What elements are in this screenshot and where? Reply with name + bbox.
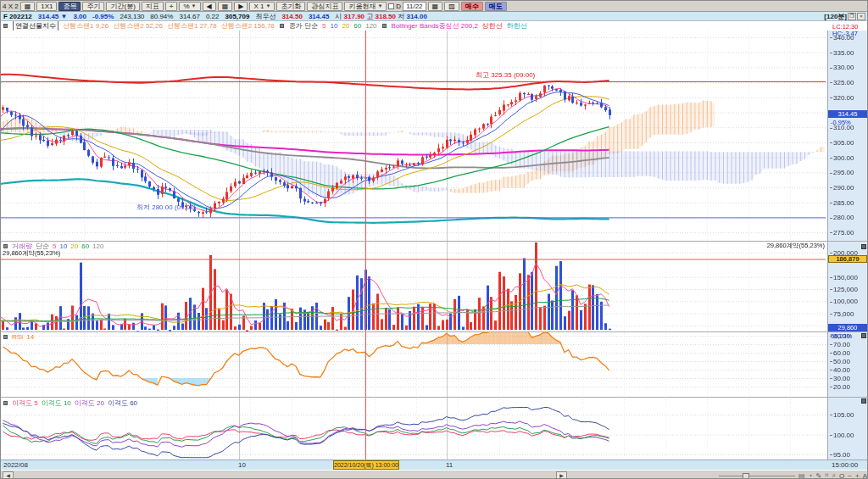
low-annotation: 최저 280.00 (09:00) [136,203,196,212]
close-window-icon[interactable]: × [857,13,865,20]
legend-item: Bollinger Bands중심선 200,2 [392,21,478,31]
time-tick-label: 2022/08 [3,461,28,469]
legend-item: 상한선 [482,21,503,31]
axis-tick-label: 40.00 [830,366,850,374]
current-volume-box: 29,860 [828,324,867,331]
d-checkbox[interactable] [388,3,394,9]
current-price-box: 314.45 [828,110,867,118]
calendar-icon[interactable]: ▦ [428,2,443,11]
best-ask: 314.50 [281,13,302,20]
volume-right-value: 29,860계약(55,23%) [704,242,825,250]
axis-tick-label: 30.00 [830,375,850,382]
legend-item: 선행스팬2 52,26 [113,21,163,31]
indicator-square-icon [3,24,8,28]
tool-icon[interactable]: ⌕ [832,471,836,479]
next-button[interactable]: ▶ [234,2,248,11]
volume-value-line: 29,860계약(55,23%) [3,249,60,258]
legend-item: 하한선 [507,21,527,31]
tool-icon[interactable]: ▤ [798,472,805,479]
time-tick-label: 11 [446,461,453,469]
price-source-select[interactable]: 키움현재▼ [344,2,387,11]
restore-window-icon[interactable]: ❐ [848,13,856,20]
interest-indicator-button[interactable]: 관심지표 [307,2,342,11]
symbol-info-bar: F 202212 314.45 ▼ 3.00 -0.95% 243,130 80… [1,12,868,21]
legend-item: 종가 단순 [289,21,318,31]
tool-icon[interactable]: A [863,472,867,479]
panel-collapse-button[interactable] [861,244,866,249]
legend-item: 이격도 10 [42,398,71,408]
toolbar: 4 X 2 ▦ 1X1 종목주기기간(봉)지표 + %▼ ◀ ▦ ▶ X 1▼ … [1,1,868,12]
price-chart-canvas[interactable] [1,31,827,460]
legend-item: 선행스팬1 27,78 [167,21,217,31]
legend-item: 이격도 20 [75,398,104,408]
tab-기간(봉)[interactable]: 기간(봉) [106,2,139,11]
price-change-pct: -0.95% [92,13,114,20]
scroll-left-button[interactable]: ◀ [3,471,14,479]
tab-지표[interactable]: 지표 [142,2,164,11]
axis-tick-label: 300.00 [830,154,854,162]
chart-scrollbar[interactable]: ◀ ▶ ▤◔✎⌗⌕Q−+A [1,470,868,479]
panel-separator[interactable] [1,331,868,332]
legend-item: 10 [59,242,67,250]
hc-value: HC:-3.47 [832,30,858,37]
tool-icon[interactable]: ⌗ [825,471,829,479]
tab-종목[interactable]: 종목 [58,2,81,11]
tool-icon[interactable]: Q [839,472,844,479]
zoom-select[interactable]: X 1▼ [249,2,275,11]
panel-collapse-button[interactable] [861,398,866,404]
legend-item: 5 [322,22,326,30]
chevron-down-icon: ▼ [377,3,382,10]
style-icon[interactable]: ▨ [444,2,459,11]
legend-item: 120 [92,242,103,250]
basis-value: 0.22 [206,13,220,20]
axis-tick-label: 105.00 [830,411,854,419]
tool-icon[interactable]: − [848,472,852,479]
axis-tick-label: 280.00 [830,214,854,221]
axis-tick-label: 100,000 [830,298,858,305]
d-label: D [396,3,401,10]
layout-1x1-button[interactable]: 1X1 [36,2,57,11]
down-arrow-icon: ▼ [61,13,68,20]
indicator-square-icon [3,335,8,339]
legend-item: 10 [330,22,337,30]
tool-icon[interactable]: + [855,472,860,479]
open-price: 317.90 [344,13,364,20]
zoom-slider[interactable] [719,476,795,476]
grid-icon[interactable]: ▦ [20,2,36,11]
avg-price: 314.67 [179,13,199,20]
trading-chart-window: 4 X 2 ▦ 1X1 종목주기기간(봉)지표 + %▼ ◀ ▦ ▶ X 1▼ … [0,0,868,479]
time-tick-label: 10 [238,461,246,469]
sell-button[interactable]: 매도 [485,2,507,11]
panel-collapse-button[interactable] [861,333,866,338]
current-volume-pct: 55,23% [831,332,852,340]
tool-icon[interactable]: ✎ [815,472,821,479]
volume-ratio: 80.94% [150,13,173,20]
indicator-square-icon [280,24,284,28]
high-price: 318.50 [376,13,396,20]
panel-separator[interactable] [1,397,868,398]
axis-tick-label: 330.00 [830,64,854,71]
prev-button[interactable]: ◀ [203,2,216,11]
tool-icon[interactable]: ◔ [809,472,813,479]
timeframe-tab: [120분] [824,12,847,21]
zoom-slider-thumb[interactable] [743,473,749,479]
open-interest: 305,709 [225,13,249,20]
axis-tick-label: 95.00 [830,451,850,459]
grid-small-button[interactable]: ▦ [218,2,233,11]
legend-item: 선행스팬1 9,26 [63,21,108,31]
indicator-square-icon [382,24,387,28]
add-indicator-button[interactable]: + [165,2,178,11]
crosshair-time-box: 2022/10/20(목) 13:00:00 [333,460,399,470]
panel-header: RSI14 [3,333,34,341]
tab-주기[interactable]: 주기 [82,2,104,11]
chevron-down-icon: ▼ [265,3,270,10]
scroll-right-button[interactable]: ▶ [556,471,567,479]
legend-item[interactable]: 연결선물지수 [13,21,58,31]
time-axis: 2022/10/20(목) 13:00:00 15:00:00 2022/081… [1,460,868,470]
reset-button[interactable]: 초기화 [276,2,305,11]
percent-select[interactable]: %▼ [179,2,200,11]
axis-tick-label: 75,000 [830,310,854,318]
date-field[interactable]: 11/22 [403,2,426,11]
axis-tick-label: 320.00 [830,94,854,102]
buy-button[interactable]: 매수 [461,2,483,11]
